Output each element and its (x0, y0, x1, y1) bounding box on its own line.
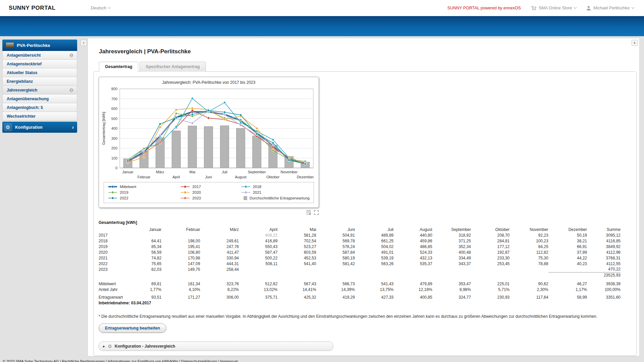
table-caption: Gesamtertrag [kWh] (99, 220, 630, 225)
svg-text:Juli: Juli (222, 170, 227, 174)
cart-icon (531, 6, 536, 11)
commissioning-value: 03.04.2017 (131, 301, 151, 305)
language-selector[interactable]: Deutsch (91, 6, 110, 10)
edit-yield-expectation-button[interactable]: Ertragserwartung bearbeiten (99, 323, 166, 333)
config-panel-label: Konfiguration - Jahresvergleich (115, 344, 175, 349)
sidebar-item-label: Anlagenübersicht (7, 53, 41, 58)
svg-text:800: 800 (111, 87, 117, 91)
sidebar-item-konfiguration[interactable]: ⚙ Konfiguration › (2, 122, 77, 133)
online-store-link[interactable]: SMA Online Store (531, 6, 576, 11)
svg-text:200: 200 (111, 146, 117, 150)
sidebar-item-anlagensteckbrief[interactable]: Anlagensteckbrief (2, 60, 77, 68)
config-panel-toggle[interactable]: ▶ ⚙ Konfiguration - Jahresvergleich (99, 342, 333, 351)
sidebar-item-anlagenueberwachung[interactable]: Anlagenüberwachung (2, 95, 77, 103)
sidebar-collapse-button[interactable]: ‹ (80, 40, 87, 46)
svg-text:Dezember: Dezember (297, 175, 314, 179)
svg-text:100: 100 (111, 156, 117, 160)
tab-content: Jahresvergleich: PVA-Perlitschke von 201… (93, 71, 637, 356)
panel-collapse-button[interactable]: ∧ (632, 40, 638, 46)
sidebar-menu: AnlagenübersichtAnlagensteckbriefAktuell… (2, 51, 77, 121)
sidebar: PVA-Perlitschke AnlagenübersichtAnlagens… (2, 40, 77, 133)
summary-row-ertragserwartung: Ertragserwartung *93,51171,27306,00375,7… (99, 294, 621, 300)
fullscreen-icon[interactable] (314, 210, 319, 215)
year-row-2023: 202362,03149,75258,44470,22 (99, 266, 621, 272)
tab-bar: GesamtertragSpezifischer Anlagenertrag (99, 62, 639, 72)
gear-icon: ⚙ (108, 344, 112, 349)
chart-toolbar (99, 210, 319, 215)
sidebar-item-label: Jahresvergleich (7, 88, 37, 93)
tab-spezifischer-anlagenertrag[interactable]: Spezifischer Anlagenertrag (140, 62, 206, 72)
yield-table: JanuarFebruarMärzAprilMaiJuniJuliAugustS… (99, 227, 621, 300)
year-comparison-chart: 0100200300400500600700800JanuarFebruarMä… (101, 85, 317, 181)
plant-thumbnail (6, 42, 14, 48)
user-menu[interactable]: Michael Perlitschke (586, 6, 634, 11)
page-title: Jahresvergleich | PVA-Perlitschke (99, 48, 639, 55)
app-logo[interactable]: SUNNY PORTAL (9, 5, 56, 11)
commissioning-date: Inbetriebnahme: 03.04.2017 (99, 301, 630, 305)
summary-row-anteil-jahr: Anteil Jahr1,77%4,10%8,22%13,02%14,41%14… (99, 287, 621, 292)
user-icon (586, 6, 591, 11)
chevron-right-icon: › (72, 125, 74, 130)
year-row-2019: 201985,34195,41247,76550,43523,27576,245… (99, 244, 621, 249)
svg-text:September: September (248, 170, 266, 174)
chart-panel: Jahresvergleich: PVA-Perlitschke von 201… (99, 77, 319, 208)
svg-text:Oktober: Oktober (266, 175, 279, 179)
svg-text:500: 500 (111, 117, 117, 121)
powered-by-label: SUNNY PORTAL powered by ennexOS (447, 6, 521, 10)
topbar: SUNNY PORTAL Deutsch SUNNY PORTAL powere… (0, 0, 644, 16)
legend-item-2018: 2018 (241, 185, 310, 189)
sidebar-item-aktueller-status[interactable]: Aktueller Status (2, 68, 77, 77)
sidebar-item-label: Wechselrichter (7, 114, 36, 119)
year-row-2022: 202275,65147,09444,31508,11541,40581,425… (99, 261, 621, 266)
svg-text:Januar: Januar (122, 170, 133, 174)
year-row-2017: 2017408,22581,28504,91489,89440,80318,92… (99, 232, 621, 238)
chart-legend: Mittelwert2017201820192020202120222023Du… (104, 182, 314, 203)
legend-item-2022: 2022 (108, 196, 180, 200)
legend-item-2023: 2023 (180, 196, 241, 200)
legend-item-2019: 2019 (108, 190, 180, 194)
svg-text:Februar: Februar (138, 175, 151, 179)
gear-icon: ⚙ (6, 124, 10, 130)
language-label: Deutsch (91, 6, 106, 10)
legend-item-2020: 2020 (180, 190, 241, 194)
svg-text:April: April (172, 175, 180, 179)
tab-gesamtertrag[interactable]: Gesamtertrag (99, 62, 138, 72)
chevron-down-icon (574, 6, 577, 9)
sidebar-item-energiebilanz[interactable]: Energiebilanz (2, 77, 77, 86)
globe-icon (69, 53, 73, 57)
globe-icon (69, 88, 73, 92)
export-icon[interactable] (306, 210, 312, 215)
sidebar-item-label: Anlagensteckbrief (7, 62, 42, 66)
svg-text:Juni: Juni (205, 175, 212, 179)
svg-text:Mai: Mai (190, 170, 196, 174)
svg-text:600: 600 (111, 107, 117, 111)
footer: © 2023 SMA Solar Technology AG | Rechtli… (3, 359, 238, 362)
konfiguration-label: Konfiguration (15, 125, 43, 130)
sidebar-item-label: Energiebilanz (7, 79, 33, 84)
sidebar-item-label: Anlagenüberwachung (7, 97, 49, 101)
svg-text:400: 400 (111, 126, 117, 130)
plant-name: PVA-Perlitschke (17, 43, 50, 48)
legend-item-2017: 2017 (180, 185, 241, 189)
table-header-row: JanuarFebruarMärzAprilMaiJuniJuliAugustS… (99, 227, 621, 232)
sidebar-item-label: Aktueller Status (7, 70, 37, 75)
sidebar-item-anlagenuebersicht[interactable]: Anlagenübersicht (2, 51, 77, 60)
content-panel: ∧ Jahresvergleich | PVA-Perlitschke Gesa… (88, 38, 640, 356)
commissioning-label: Inbetriebnahme: (99, 301, 130, 305)
store-label: SMA Online Store (539, 6, 572, 10)
expand-triangle-icon: ▶ (103, 345, 105, 348)
sidebar-item-jahresvergleich[interactable]: Jahresvergleich (2, 86, 77, 95)
sidebar-item-anlagenlogbuch-5[interactable]: Anlagenlogbuch: 5 (2, 103, 77, 112)
sidebar-item-label: Anlagenlogbuch: 5 (7, 105, 43, 110)
svg-text:700: 700 (111, 97, 117, 101)
svg-text:Gesamtertrag [kWh]: Gesamtertrag [kWh] (102, 112, 106, 145)
plant-header[interactable]: PVA-Perlitschke (2, 40, 77, 51)
summary-row-mittelwert: Mittelwert69,81161,34323,76512,62567,435… (99, 281, 621, 287)
sidebar-item-wechselrichter[interactable]: Wechselrichter (2, 112, 77, 121)
legend-item-durchschnittliche-ertragserwartung: Durchschnittliche Ertragserwartung (241, 196, 310, 200)
grand-total-row: 23525,93 (99, 272, 621, 278)
footnote: * Die durchschnittliche Ertragserwartung… (99, 314, 622, 319)
chart-title: Jahresvergleich: PVA-Perlitschke von 201… (99, 80, 319, 85)
user-name-label: Michael Perlitschke (593, 6, 630, 10)
legend-item-mittelwert: Mittelwert (108, 185, 180, 189)
